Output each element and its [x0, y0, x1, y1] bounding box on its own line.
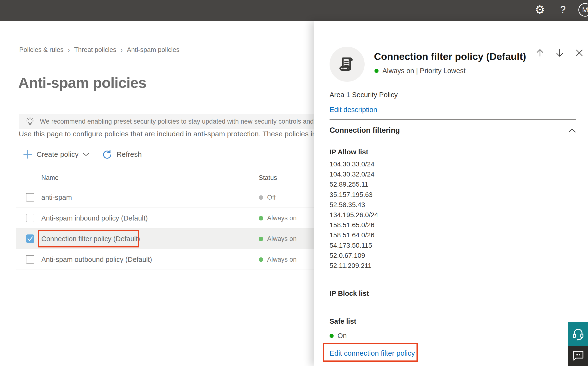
create-policy-label: Create policy [37, 150, 79, 159]
breadcrumb-separator-icon: › [121, 46, 123, 54]
flyout-title: Connection filter policy (Default) [374, 51, 526, 62]
breadcrumb-policies-rules[interactable]: Policies & rules [19, 46, 64, 54]
ip-allow-item: 52.89.255.11 [330, 179, 378, 190]
top-app-bar: ⚙ ? M [0, 0, 588, 21]
plus-icon [23, 150, 32, 159]
status-label: Always on [267, 214, 297, 222]
status-label: Always on [267, 256, 297, 263]
status-dot-icon [259, 195, 263, 200]
page-description: Use this page to configure policies that… [19, 130, 333, 138]
row-checkbox[interactable] [26, 255, 34, 264]
checkmark-icon [26, 235, 34, 243]
policy-status: Always on [259, 249, 297, 270]
policy-name: Connection filter policy (Default) [41, 235, 140, 243]
breadcrumb: Policies & rules › Threat policies › Ant… [19, 46, 179, 54]
ip-allow-item: 54.173.50.115 [330, 240, 378, 251]
scroll-policy-icon [338, 55, 357, 74]
policy-table-body: anti-spam Off Anti-spam inbound policy (… [16, 187, 320, 270]
divider [330, 119, 576, 120]
refresh-icon [102, 149, 112, 160]
policy-status: Always on [259, 229, 297, 249]
refresh-label: Refresh [117, 150, 142, 159]
safe-list-status-text: On [338, 332, 347, 340]
support-button[interactable] [568, 322, 588, 346]
table-row[interactable]: anti-spam Off [16, 187, 320, 208]
flyout-nav [535, 48, 584, 58]
ip-block-list-title: IP Block list [330, 290, 369, 297]
chevron-down-icon [83, 152, 89, 156]
status-dot-icon [259, 237, 263, 241]
table-row[interactable]: Anti-spam outbound policy (Default) Alwa… [16, 249, 320, 270]
ip-allow-item: 52.0.67.109 [330, 251, 378, 261]
column-header-name[interactable]: Name [41, 174, 59, 182]
status-label: Off [267, 194, 276, 201]
create-policy-button[interactable]: Create policy [23, 150, 89, 159]
table-row[interactable]: Anti-spam inbound policy (Default) Alway… [16, 208, 320, 229]
ip-allow-item: 158.51.64.0/26 [330, 230, 378, 240]
ip-allow-item: 52.58.35.43 [330, 200, 378, 210]
ip-allow-item: 158.51.65.0/26 [330, 220, 378, 230]
status-dot-icon [375, 69, 379, 73]
table-row[interactable]: Connection filter policy (Default) Alway… [16, 229, 320, 249]
ip-allow-list-title: IP Allow list [330, 148, 368, 156]
account-avatar[interactable]: M [578, 3, 588, 17]
help-icon[interactable]: ? [560, 4, 566, 15]
page-title: Anti-spam policies [18, 74, 146, 91]
policy-name: anti-spam [41, 194, 72, 201]
feedback-chat-icon [572, 350, 584, 362]
feedback-button[interactable] [568, 346, 588, 366]
policy-name: Anti-spam inbound policy (Default) [41, 214, 148, 222]
ip-allow-item: 35.157.195.63 [330, 190, 378, 200]
policy-status: Always on [259, 208, 297, 229]
policy-details-flyout: Connection filter policy (Default) Alway… [314, 21, 588, 366]
policy-name: Anti-spam outbound policy (Default) [41, 256, 152, 264]
ip-allow-list: 104.30.33.0/24104.30.32.0/2452.89.255.11… [330, 159, 378, 271]
policy-table: Name Status anti-spam Off Anti-spam inbo… [16, 168, 320, 270]
policy-status: Off [259, 187, 276, 208]
toolbar: Create policy Refresh [23, 147, 142, 162]
table-header: Name Status [16, 168, 320, 187]
status-dot-icon [330, 334, 334, 338]
policy-description: Area 1 Security Policy [330, 91, 398, 99]
flyout-status-text: Always on | Priority Lowest [382, 67, 465, 75]
next-item-arrow-down-icon[interactable] [555, 48, 565, 58]
banner-text: We recommend enabling preset security po… [40, 118, 354, 125]
ip-allow-item: 104.30.32.0/24 [330, 169, 378, 179]
lightbulb-icon [25, 116, 35, 127]
section-connection-filtering: Connection filtering [330, 126, 400, 135]
refresh-button[interactable]: Refresh [102, 149, 142, 160]
ip-allow-item: 52.11.209.211 [330, 261, 378, 271]
status-label: Always on [267, 235, 297, 243]
edit-connection-filter-policy-link[interactable]: Edit connection filter policy [330, 349, 415, 357]
row-checkbox[interactable] [26, 214, 34, 222]
status-dot-icon [259, 257, 263, 262]
safe-list-title: Safe list [330, 317, 356, 325]
edit-description-link[interactable]: Edit description [330, 106, 377, 114]
status-dot-icon [259, 216, 263, 221]
row-checkbox[interactable] [26, 235, 34, 243]
safe-list-status: On [330, 332, 347, 340]
flyout-status: Always on | Priority Lowest [375, 67, 465, 75]
collapse-chevron-up-icon[interactable] [568, 128, 576, 133]
close-icon[interactable] [574, 48, 584, 58]
previous-item-arrow-up-icon[interactable] [535, 48, 545, 58]
policy-type-avatar [330, 47, 365, 82]
settings-gear-icon[interactable]: ⚙ [535, 3, 545, 16]
row-checkbox[interactable] [26, 193, 34, 201]
ip-allow-item: 104.30.33.0/24 [330, 159, 378, 169]
headset-icon [571, 327, 585, 341]
column-header-status[interactable]: Status [259, 174, 277, 182]
breadcrumb-anti-spam-policies[interactable]: Anti-spam policies [127, 46, 179, 54]
ip-allow-item: 134.195.26.0/24 [330, 210, 378, 220]
breadcrumb-threat-policies[interactable]: Threat policies [74, 46, 117, 54]
breadcrumb-separator-icon: › [68, 46, 70, 54]
